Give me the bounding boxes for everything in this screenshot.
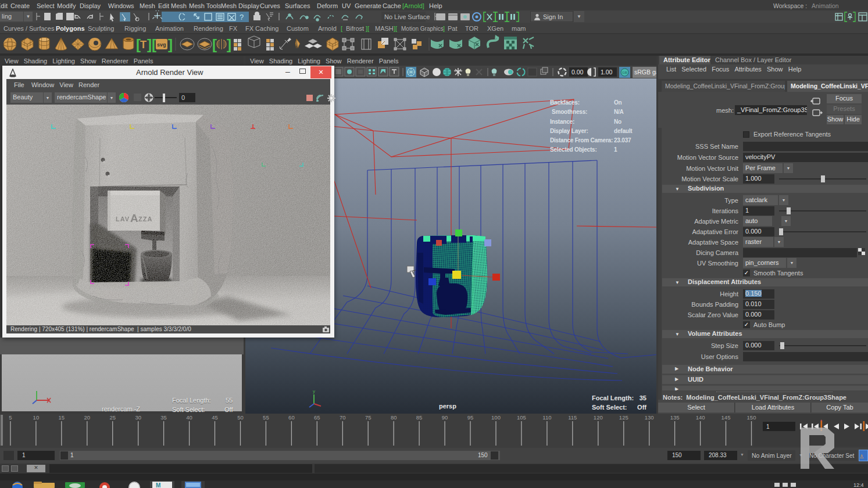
svg-text:[: [ — [212, 37, 217, 52]
svg-text:Distance From Camera:: Distance From Camera: — [550, 137, 613, 143]
svg-text:20: 20 — [84, 414, 91, 421]
svg-text:150: 150 — [747, 414, 756, 421]
svg-text:N/A: N/A — [614, 109, 624, 115]
svg-text:y: y — [313, 389, 315, 394]
svg-text:85: 85 — [416, 414, 423, 421]
svg-text:90: 90 — [442, 414, 448, 421]
svg-text:Off: Off — [637, 404, 646, 411]
svg-text:]: ] — [227, 37, 231, 52]
svg-text:persp: persp — [439, 403, 456, 410]
svg-text:35: 35 — [640, 394, 646, 401]
svg-text:5: 5 — [9, 414, 12, 421]
svg-text:1: 1 — [614, 146, 617, 153]
svg-text:0: 0 — [181, 94, 185, 101]
svg-text:110: 110 — [542, 414, 551, 421]
svg-text:140: 140 — [696, 414, 705, 421]
svg-text:Selected Objects:: Selected Objects: — [550, 146, 597, 153]
svg-text:105: 105 — [517, 414, 526, 421]
svg-text:145: 145 — [721, 414, 731, 421]
svg-text:0.00: 0.00 — [571, 69, 584, 76]
svg-text:default: default — [614, 128, 633, 134]
svg-text:12:4: 12:4 — [853, 482, 864, 488]
svg-text:35: 35 — [160, 414, 167, 421]
svg-text:30: 30 — [135, 414, 141, 421]
svg-text:No: No — [614, 119, 621, 125]
svg-text:65: 65 — [314, 414, 320, 421]
svg-text:95: 95 — [467, 414, 474, 421]
svg-text:Backfaces:: Backfaces: — [550, 99, 580, 106]
svg-text:A: A — [130, 212, 138, 224]
svg-text:23.037: 23.037 — [614, 137, 631, 143]
svg-text:Instance:: Instance: — [550, 119, 574, 125]
svg-text:45: 45 — [212, 414, 218, 421]
svg-text:sRGB ga: sRGB ga — [634, 69, 656, 76]
svg-text:15: 15 — [59, 414, 65, 421]
svg-text:Soft Select:: Soft Select: — [592, 404, 627, 411]
svg-text:On: On — [614, 99, 622, 106]
svg-text:60: 60 — [288, 414, 295, 421]
svg-text:70: 70 — [340, 414, 346, 421]
svg-text:M: M — [156, 482, 160, 488]
svg-text:Display Layer:: Display Layer: — [550, 128, 588, 134]
svg-text:T: T — [140, 39, 147, 51]
svg-text:55: 55 — [263, 414, 269, 421]
svg-text:?: ? — [240, 13, 244, 21]
svg-text:]: ] — [168, 37, 173, 52]
svg-text:Focal Length:: Focal Length: — [592, 394, 634, 401]
svg-text:125: 125 — [619, 414, 628, 421]
svg-text:100: 100 — [491, 414, 501, 421]
svg-text:120: 120 — [594, 414, 603, 421]
svg-text:LAV: LAV — [116, 216, 130, 223]
svg-text:ZZA: ZZA — [138, 216, 152, 223]
svg-text:1.00: 1.00 — [601, 69, 613, 76]
svg-text:80: 80 — [391, 414, 397, 421]
svg-text:50: 50 — [237, 414, 244, 421]
svg-text:GB: GB — [622, 71, 627, 74]
svg-text:No Live Surface: No Live Surface — [384, 13, 430, 20]
svg-text:25: 25 — [109, 414, 116, 421]
svg-text:130: 130 — [645, 414, 654, 421]
svg-text:10: 10 — [33, 414, 40, 421]
svg-text:1: 1 — [766, 424, 770, 430]
svg-text:Smoothness:: Smoothness: — [552, 109, 587, 115]
svg-text:40: 40 — [186, 414, 192, 421]
svg-text:75: 75 — [365, 414, 372, 421]
svg-text:][: ][ — [147, 37, 156, 52]
svg-text:135: 135 — [670, 414, 680, 421]
svg-text:115: 115 — [568, 414, 577, 421]
svg-text:svg: svg — [157, 42, 166, 48]
